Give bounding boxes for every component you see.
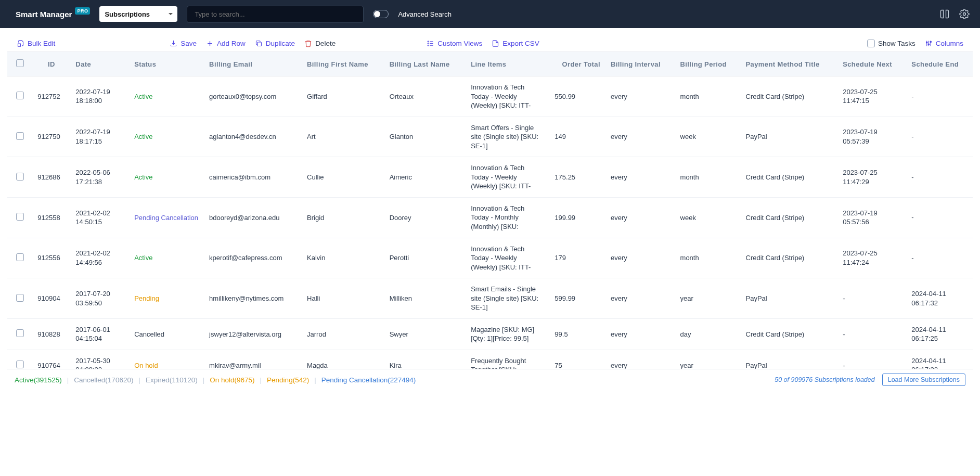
- col-date[interactable]: Date: [70, 52, 129, 76]
- cell-status: Active: [129, 117, 204, 157]
- col-total[interactable]: Order Total: [549, 52, 605, 76]
- columns-button[interactable]: Columns: [925, 40, 963, 47]
- row-checkbox[interactable]: [16, 253, 24, 261]
- row-checkbox[interactable]: [16, 92, 24, 99]
- cell-first: Kalvin: [302, 238, 384, 278]
- delete-button[interactable]: Delete: [304, 40, 336, 47]
- advanced-search-toggle[interactable]: [373, 10, 389, 18]
- col-line-items[interactable]: Line Items: [466, 52, 549, 76]
- docs-icon[interactable]: [939, 9, 950, 19]
- cell-items: Smart Offers - Single site (Single site)…: [466, 117, 549, 157]
- row-checkbox[interactable]: [16, 361, 24, 368]
- svg-point-4: [428, 45, 429, 46]
- delete-label: Delete: [315, 40, 336, 47]
- cell-schedule-next: 2023-07-1905:57:56: [837, 197, 906, 238]
- cell-id: 910828: [32, 318, 70, 350]
- entity-select[interactable]: Subscriptions: [99, 6, 177, 22]
- duplicate-button[interactable]: Duplicate: [255, 40, 295, 47]
- stat-pending[interactable]: Pending(542): [267, 376, 309, 384]
- cell-items: Magazine [SKU: MG][Qty: 1][Price: 99.5]: [466, 318, 549, 350]
- cell-first: Halli: [302, 278, 384, 319]
- svg-point-6: [928, 44, 930, 45]
- custom-views-button[interactable]: Custom Views: [427, 40, 482, 47]
- table-row[interactable]: 9127522022-07-1918:18:00Activegorteaux0@…: [7, 76, 973, 117]
- cell-period: week: [675, 197, 741, 238]
- export-csv-button[interactable]: Export CSV: [492, 40, 539, 47]
- table-row[interactable]: 9107642017-05-3004:08:22On holdmkirav@ar…: [7, 350, 973, 369]
- row-checkbox[interactable]: [16, 294, 24, 302]
- cell-status: Active: [129, 238, 204, 278]
- stat-cancelled[interactable]: Cancelled(170620): [74, 376, 133, 384]
- add-row-button[interactable]: Add Row: [206, 40, 246, 47]
- cell-total: 75: [549, 350, 605, 369]
- table-row[interactable]: 9125582021-02-0214:50:15Pending Cancella…: [7, 197, 973, 238]
- subscriptions-table: ID Date Status Billing Email Billing Fir…: [7, 52, 973, 369]
- col-interval[interactable]: Billing Interval: [605, 52, 675, 76]
- table-row[interactable]: 9108282017-06-0104:15:04Cancelledjswyer1…: [7, 318, 973, 350]
- cell-schedule-next: 2023-07-2511:47:24: [837, 238, 906, 278]
- cell-schedule-next: -: [837, 350, 906, 369]
- col-schedule-end[interactable]: Schedule End: [906, 52, 973, 76]
- col-status[interactable]: Status: [129, 52, 204, 76]
- col-first-name[interactable]: Billing First Name: [302, 52, 384, 76]
- cell-last: Kira: [384, 350, 466, 369]
- show-tasks-checkbox[interactable]: [867, 40, 875, 47]
- cell-first: Giffard: [302, 76, 384, 117]
- col-last-name[interactable]: Billing Last Name: [384, 52, 466, 76]
- svg-point-0: [963, 13, 966, 16]
- advanced-search-label: Advanced Search: [398, 10, 452, 18]
- cell-payment: Credit Card (Stripe): [741, 238, 838, 278]
- brand: Smart Manager PRO: [16, 10, 90, 19]
- cell-period: day: [675, 318, 741, 350]
- cell-interval: every: [605, 238, 675, 278]
- save-label: Save: [180, 40, 197, 47]
- search-input-wrap[interactable]: [187, 6, 364, 23]
- stat-pending-cancellation[interactable]: Pending Cancellation(227494): [321, 376, 416, 384]
- col-email[interactable]: Billing Email: [204, 52, 302, 76]
- col-id[interactable]: ID: [32, 52, 70, 76]
- cell-date: 2022-07-1918:18:00: [70, 76, 129, 117]
- load-more-button[interactable]: Load More Subscriptions: [882, 374, 965, 386]
- col-schedule-next[interactable]: Schedule Next: [837, 52, 906, 76]
- cell-schedule-end: -: [906, 117, 973, 157]
- cell-id: 912556: [32, 238, 70, 278]
- stat-onhold[interactable]: On hold(9675): [210, 376, 254, 384]
- svg-point-3: [428, 43, 429, 44]
- cell-period: week: [675, 117, 741, 157]
- table-row[interactable]: 9109042017-07-2003:59:50Pendinghmilliken…: [7, 278, 973, 319]
- cell-schedule-next: 2023-07-1905:57:39: [837, 117, 906, 157]
- row-checkbox[interactable]: [16, 173, 24, 181]
- cell-interval: every: [605, 350, 675, 369]
- row-checkbox[interactable]: [16, 213, 24, 221]
- settings-icon[interactable]: [959, 9, 970, 19]
- stat-expired[interactable]: Expired(110120): [146, 376, 198, 384]
- show-tasks-toggle[interactable]: Show Tasks: [867, 40, 915, 47]
- select-all-checkbox[interactable]: [16, 59, 24, 67]
- cell-schedule-end: 2024-04-1106:17:25: [906, 318, 973, 350]
- bulk-edit-button[interactable]: Bulk Edit: [17, 40, 55, 47]
- table-row[interactable]: 9125562021-02-0214:49:56Activekperotif@c…: [7, 238, 973, 278]
- table-row[interactable]: 9126862022-05-0617:21:38Activecaimerica@…: [7, 157, 973, 198]
- row-checkbox[interactable]: [16, 132, 24, 140]
- cell-id: 912752: [32, 76, 70, 117]
- col-period[interactable]: Billing Period: [675, 52, 741, 76]
- cell-interval: every: [605, 76, 675, 117]
- table-row[interactable]: 9127502022-07-1918:17:15Activeaglanton4@…: [7, 117, 973, 157]
- cell-id: 912750: [32, 117, 70, 157]
- cell-total: 550.99: [549, 76, 605, 117]
- col-select[interactable]: [7, 52, 32, 76]
- loaded-count: 50 of 909976 Subscriptions loaded: [775, 376, 875, 383]
- stat-active[interactable]: Active(391525): [15, 376, 62, 384]
- save-button[interactable]: Save: [170, 40, 197, 47]
- table-scroll[interactable]: ID Date Status Billing Email Billing Fir…: [7, 52, 973, 369]
- search-input[interactable]: [194, 10, 357, 19]
- cell-items: Smart Emails - Single site (Single site)…: [466, 278, 549, 319]
- col-payment[interactable]: Payment Method Title: [741, 52, 838, 76]
- row-checkbox[interactable]: [16, 329, 24, 337]
- cell-date: 2021-02-0214:50:15: [70, 197, 129, 238]
- cell-total: 199.99: [549, 197, 605, 238]
- cell-period: month: [675, 238, 741, 278]
- cell-total: 175.25: [549, 157, 605, 198]
- cell-date: 2022-05-0617:21:38: [70, 157, 129, 198]
- cell-last: Perotti: [384, 238, 466, 278]
